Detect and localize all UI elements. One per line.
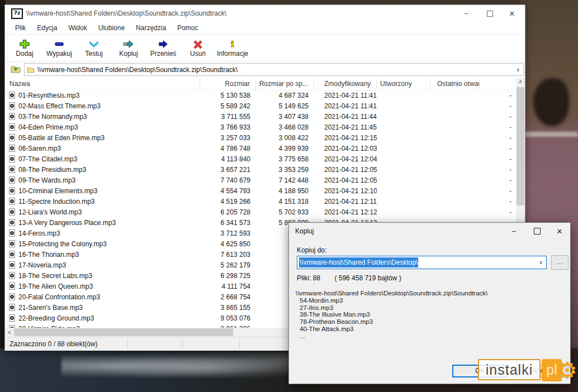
mp3-file-icon [9,134,15,141]
copy-file-line: ... [296,333,564,340]
status-divider [127,339,128,349]
copy-file-line: 78-Prothean Beacon.mp3 [296,318,564,326]
menu-pomoc[interactable]: Pomoc [172,23,203,33]
address-chevron-down-icon[interactable]: ∨ [516,67,521,73]
file-name: 16-The Thorian.mp3 [18,251,79,259]
delete-button[interactable]: Usuń [181,39,215,58]
table-row[interactable]: 08-The Presidium.mp33 657 2213 353 25920… [5,164,517,175]
file-name: 21-Saren's Base.mp3 [18,304,83,312]
mp3-file-icon [9,102,15,109]
navigate-up-button[interactable] [11,64,21,75]
close-button[interactable]: ✕ [503,5,522,22]
menu-narzedzia[interactable]: Narzędzia [130,23,172,33]
test-check-icon [88,39,100,49]
wallpaper-foam-line [522,132,578,137]
dialog-close-button[interactable]: ✕ [550,223,569,240]
address-path: \\vmware-host\Shared Folders\Desktop\Sou… [37,66,513,74]
status-divider [182,339,183,349]
mp3-file-icon [9,219,15,226]
file-name: 02-Mass Effect Theme.mp3 [18,102,101,110]
files-bytes: ( 596 458 719 bajtów ) [334,274,401,282]
mp3-file-icon [9,187,15,194]
file-name: 04-Eden Prime.mp3 [18,123,78,131]
file-name: 18-The Secret Labs.mp3 [18,272,92,280]
mp3-file-icon [9,198,15,205]
test-button[interactable]: Testuj [77,39,111,58]
add-button[interactable]: Dodaj [7,39,42,58]
column-header-ostatnio-otwarty[interactable]: Ostatnio otwarty [430,78,480,90]
watermark-box: instalki [478,359,541,380]
dialog-title-bar[interactable]: Kopiuj – ✕ [289,223,570,240]
file-name: 11-Spectre Induction.mp3 [18,198,95,205]
table-row[interactable]: 07-The Citadel.mp34 113 8403 775 6582021… [5,154,517,164]
destination-chevron-down-icon[interactable]: ∨ [539,260,546,265]
dialog-maximize-button[interactable] [528,223,547,240]
title-bar[interactable]: 7z \\vmware-host\Shared Folders\Desktop\… [5,5,525,22]
svg-text:i: i [231,39,234,49]
window-title: \\vmware-host\Shared Folders\Desktop\Sou… [26,9,226,17]
table-row[interactable]: 03-The Normandy.mp33 711 5553 407 438202… [5,111,517,122]
destination-combo[interactable]: \\vmware-host\Shared Folders\Desktop\ ∨ [297,256,547,269]
wallpaper-foam-patches [61,352,319,377]
table-row[interactable]: 05-Battle at Eden Prime.mp33 257 0333 00… [5,132,517,143]
menu-edycja[interactable]: Edycja [31,23,63,33]
copy-arrow-icon [122,39,135,49]
browse-button[interactable]: ... [551,255,568,270]
vertical-scroll-thumb[interactable] [517,87,524,205]
menu-ulubione[interactable]: Ulubione [93,23,130,33]
file-name: 17-Noveria.mp3 [18,261,66,269]
mp3-file-icon [9,145,15,152]
column-header-utworzony[interactable]: Utworzony [377,78,430,90]
mp3-file-icon [9,166,15,173]
table-row[interactable]: 11-Spectre Induction.mp34 519 2664 151 3… [5,196,517,207]
mp3-file-icon [9,208,15,216]
close-icon: ✕ [557,227,563,236]
info-button[interactable]: i Informacje [215,39,250,58]
menu-widok[interactable]: Widok [63,23,92,33]
file-name: 03-The Normandy.mp3 [18,113,87,121]
menu-plik[interactable]: Plik [10,23,31,33]
extract-button[interactable]: Wypakuj [42,39,77,58]
table-row[interactable]: 09-The Wards.mp37 740 6797 142 4482021-0… [5,175,517,185]
source-path: \\vmware-host\Shared Folders\Desktop\Sou… [296,290,564,297]
copy-to-label: Kopiuj do: [297,246,326,254]
minimize-icon: – [512,227,516,235]
copy-files: 54-Mordin.mp327-Ilos.mp338-The Illusive … [296,297,564,340]
copy-file-list: \\vmware-host\Shared Folders\Desktop\Sou… [296,290,564,340]
move-button[interactable]: Przenieś [146,39,181,58]
column-header-nazwa[interactable]: Nazwa [5,78,200,90]
horizontal-scroll-thumb[interactable] [14,328,233,336]
file-name: 06-Saren.mp3 [18,145,61,152]
file-name: 19-The Alien Queen.mp3 [18,283,93,290]
mp3-file-icon [9,283,15,290]
minimize-button[interactable]: – [457,5,476,22]
table-row[interactable]: 02-Mass Effect Theme.mp35 589 2425 149 6… [5,101,517,111]
column-header-zmodyfikowany[interactable]: Zmodyfikowany [314,78,377,90]
address-combo[interactable]: \\vmware-host\Shared Folders\Desktop\Sou… [24,63,524,76]
scroll-up-icon[interactable]: ∧ [516,78,525,87]
maximize-icon [487,11,493,17]
delete-x-icon [192,39,204,49]
column-header-rozmiar-po-sp[interactable]: Rozmiar po sp... [256,78,314,90]
table-row[interactable]: 12-Liara's World.mp36 205 7285 702 93320… [5,207,517,217]
toolbar: Dodaj Wypakuj Testuj Kopiuj Przenieś Usu… [5,35,525,62]
mp3-file-icon [9,240,15,247]
file-name: 15-Protecting the Colony.mp3 [18,240,107,248]
copy-button[interactable]: Kopiuj [111,39,146,58]
status-divider [239,339,240,349]
table-row[interactable]: 04-Eden Prime.mp33 766 9333 468 0282021-… [5,122,517,132]
scroll-left-icon[interactable]: < [5,329,14,336]
file-name: 13-A Very Dangerous Place.mp3 [18,219,116,227]
maximize-button[interactable] [480,5,499,22]
table-row[interactable]: 06-Saren.mp34 786 7484 399 9392021-04-21… [5,143,517,154]
file-name: 10-Criminal Elements.mp3 [18,187,97,195]
dialog-minimize-button[interactable]: – [504,223,523,240]
table-row[interactable]: 10-Criminal Elements.mp34 554 7934 188 9… [5,185,517,196]
file-name: 22-Breeding Ground.mp3 [18,314,94,322]
mp3-file-icon [9,176,15,184]
folder-icon [27,66,35,73]
files-summary: Pliki: 88 ( 596 458 719 bajtów ) [297,274,401,282]
column-header-rozmiar[interactable]: Rozmiar [200,78,256,90]
instalki-watermark: instalki pl ⚙ [478,359,577,383]
table-row[interactable]: 01-Resynthesis.mp35 130 5384 687 3242021… [5,90,517,101]
